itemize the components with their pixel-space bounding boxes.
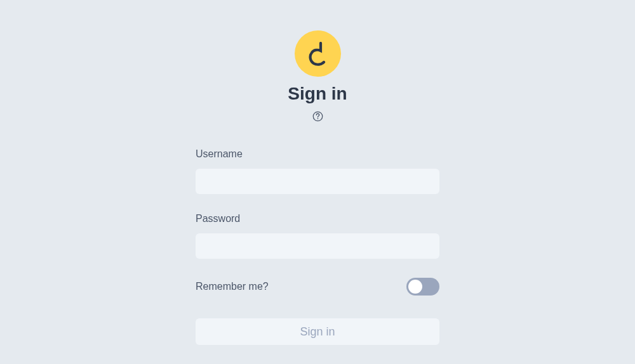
page-title: Sign in <box>288 84 347 104</box>
username-label: Username <box>196 148 439 160</box>
password-label: Password <box>196 213 439 224</box>
toggle-knob <box>408 280 422 294</box>
password-input[interactable] <box>196 233 439 259</box>
username-input[interactable] <box>196 169 439 194</box>
remember-toggle[interactable] <box>406 278 439 296</box>
remember-row: Remember me? <box>196 278 439 296</box>
help-icon[interactable] <box>312 111 323 122</box>
logo-b-icon <box>308 42 327 66</box>
brand-logo <box>295 30 341 77</box>
remember-label: Remember me? <box>196 281 269 292</box>
svg-point-1 <box>317 118 318 119</box>
signin-button[interactable]: Sign in <box>196 318 439 345</box>
signin-form: Username Password Remember me? Sign in <box>196 148 439 345</box>
